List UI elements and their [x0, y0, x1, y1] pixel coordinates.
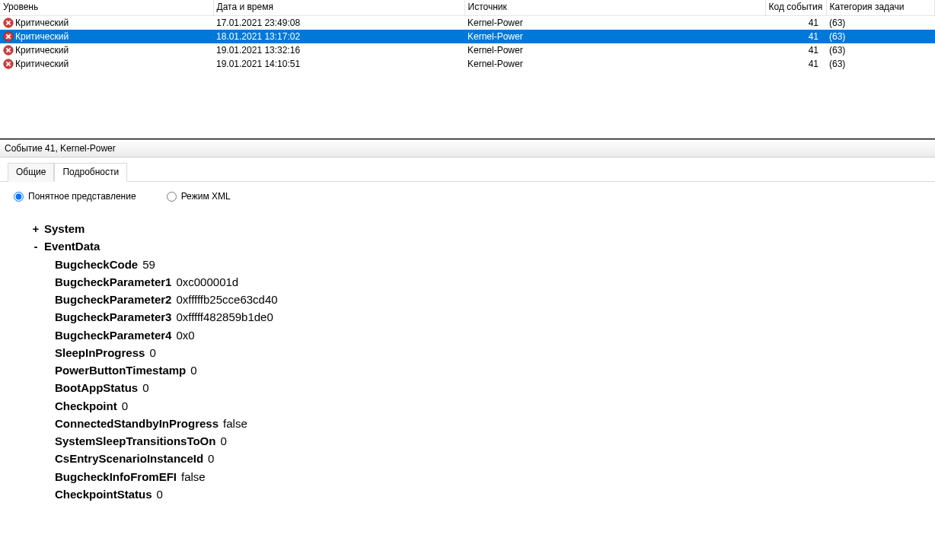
eventdata-value: 0 [122, 397, 128, 415]
level-text: Критический [15, 45, 69, 56]
eventdata-value: 0xfffffb25cce63cd40 [176, 291, 277, 308]
details-title: Событие 41, Kernel-Power [0, 140, 935, 158]
col-header-eventid[interactable]: Код события [765, 0, 826, 16]
table-row[interactable]: Критический19.01.2021 14:10:51Kernel-Pow… [0, 57, 935, 71]
eventdata-entry: BugcheckCode59 [55, 256, 905, 273]
radio-xml-view[interactable]: Режим XML [167, 191, 231, 202]
radio-xml-label: Режим XML [181, 191, 231, 202]
eventdata-value: 0 [208, 450, 214, 467]
col-header-level[interactable]: Уровень [0, 0, 213, 16]
radio-xml-input[interactable] [167, 192, 177, 202]
eventdata-entry: BugcheckParameter20xfffffb25cce63cd40 [55, 291, 905, 308]
cell-eventid: 41 [765, 43, 826, 57]
tab-general[interactable]: Общие [8, 163, 54, 182]
error-icon [3, 59, 14, 69]
eventdata-key: PowerButtonTimestamp [55, 361, 186, 379]
radio-friendly-label: Понятное представление [28, 191, 136, 202]
eventdata-entry: BugcheckInfoFromEFIfalse [55, 468, 905, 485]
cell-datetime: 19.01.2021 13:32:16 [213, 43, 464, 57]
details-pane: Событие 41, Kernel-Power Общие Подробнос… [0, 139, 935, 518]
eventdata-entry: BugcheckParameter10xc000001d [55, 273, 905, 291]
level-cell: Критический [3, 59, 210, 69]
error-icon [3, 18, 14, 28]
error-icon [3, 45, 14, 56]
level-text: Критический [15, 18, 69, 28]
eventdata-entry: ConnectedStandbyInProgressfalse [55, 415, 905, 432]
event-list-table: Уровень Дата и время Источник Код событи… [0, 0, 935, 71]
eventdata-values: BugcheckCode59BugcheckParameter10xc00000… [55, 256, 905, 504]
level-cell: Критический [3, 45, 210, 56]
tree-node-system[interactable]: + System [30, 220, 905, 237]
table-row[interactable]: Критический18.01.2021 13:17:02Kernel-Pow… [0, 30, 935, 43]
eventdata-entry: Checkpoint0 [55, 397, 905, 415]
cell-datetime: 17.01.2021 23:49:08 [213, 16, 464, 30]
eventdata-entry: CheckpointStatus0 [55, 485, 905, 503]
eventdata-entry: PowerButtonTimestamp0 [55, 361, 905, 379]
table-row[interactable]: Критический19.01.2021 13:32:16Kernel-Pow… [0, 43, 935, 57]
cell-category: (63) [826, 57, 935, 71]
cell-category: (63) [826, 43, 935, 57]
eventdata-value: 0xfffff482859b1de0 [176, 308, 273, 326]
cell-datetime: 19.01.2021 14:10:51 [213, 57, 464, 71]
eventdata-entry: CsEntryScenarioInstanceId0 [55, 450, 905, 467]
event-xml-tree: + System - EventData BugcheckCode59Bugch… [0, 205, 935, 518]
view-mode-radios: Понятное представление Режим XML [0, 182, 935, 205]
eventdata-key: BugcheckParameter1 [55, 273, 171, 291]
tree-node-system-label: System [44, 220, 85, 237]
eventdata-entry: BootAppStatus0 [55, 379, 905, 396]
level-text: Критический [15, 59, 69, 69]
eventdata-key: BugcheckParameter2 [55, 291, 171, 308]
cell-datetime: 18.01.2021 13:17:02 [213, 30, 464, 43]
expand-icon[interactable]: + [30, 220, 41, 237]
col-header-category[interactable]: Категория задачи [826, 0, 935, 16]
error-icon [3, 31, 14, 42]
eventdata-value: 0xc000001d [176, 273, 238, 291]
cell-category: (63) [826, 16, 935, 30]
cell-category: (63) [826, 30, 935, 43]
eventdata-key: BugcheckParameter3 [55, 308, 171, 326]
radio-friendly-input[interactable] [14, 192, 24, 202]
eventdata-key: SystemSleepTransitionsToOn [55, 432, 215, 450]
eventdata-key: BootAppStatus [55, 379, 138, 396]
cell-eventid: 41 [765, 57, 826, 71]
eventdata-value: 0x0 [176, 326, 194, 344]
eventdata-value: 0 [149, 344, 155, 361]
eventdata-key: CsEntryScenarioInstanceId [55, 450, 203, 467]
eventdata-key: ConnectedStandbyInProgress [55, 415, 219, 432]
eventdata-key: SleepInProgress [55, 344, 145, 361]
list-empty-area [0, 71, 935, 139]
cell-source: Kernel-Power [464, 30, 765, 43]
eventdata-key: BugcheckInfoFromEFI [55, 468, 177, 485]
cell-eventid: 41 [765, 30, 826, 43]
eventdata-entry: SleepInProgress0 [55, 344, 905, 361]
level-cell: Критический [3, 31, 210, 42]
level-text: Критический [15, 31, 69, 42]
table-header-row: Уровень Дата и время Источник Код событи… [0, 0, 935, 16]
cell-eventid: 41 [765, 16, 826, 30]
eventdata-value: 0 [157, 485, 163, 503]
eventdata-value: 59 [142, 256, 155, 273]
eventdata-value: 0 [190, 361, 196, 379]
eventdata-entry: SystemSleepTransitionsToOn0 [55, 432, 905, 450]
eventdata-entry: BugcheckParameter40x0 [55, 326, 905, 344]
col-header-datetime[interactable]: Дата и время [213, 0, 464, 16]
cell-source: Kernel-Power [464, 16, 765, 30]
eventdata-key: BugcheckCode [55, 256, 138, 273]
cell-source: Kernel-Power [464, 43, 765, 57]
eventdata-key: Checkpoint [55, 397, 117, 415]
radio-friendly-view[interactable]: Понятное представление [14, 191, 136, 202]
collapse-icon[interactable]: - [30, 237, 41, 255]
table-row[interactable]: Критический17.01.2021 23:49:08Kernel-Pow… [0, 16, 935, 30]
details-tabs: Общие Подробности [0, 158, 935, 182]
eventdata-value: false [181, 468, 206, 485]
eventdata-entry: BugcheckParameter30xfffff482859b1de0 [55, 308, 905, 326]
level-cell: Критический [3, 18, 210, 28]
tree-node-eventdata-label: EventData [44, 237, 100, 255]
col-header-source[interactable]: Источник [464, 0, 765, 16]
eventdata-value: 0 [220, 432, 226, 450]
tree-node-eventdata[interactable]: - EventData [30, 237, 905, 255]
cell-source: Kernel-Power [464, 57, 765, 71]
eventdata-value: false [223, 415, 247, 432]
eventdata-key: CheckpointStatus [55, 485, 152, 503]
tab-details[interactable]: Подробности [54, 163, 127, 182]
